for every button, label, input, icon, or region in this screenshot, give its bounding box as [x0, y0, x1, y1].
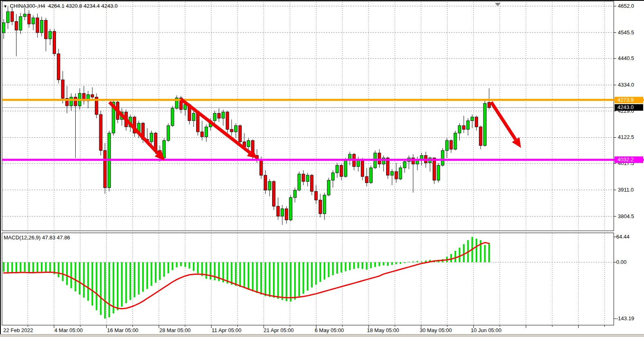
candle: [45, 20, 47, 39]
macd-histogram-bar: [362, 262, 363, 269]
candle: [361, 159, 364, 177]
candle: [264, 175, 267, 190]
macd-histogram-bar: [378, 262, 380, 266]
candle: [319, 200, 322, 214]
macd-histogram-bar: [252, 262, 254, 291]
candle: [302, 174, 305, 181]
macd-histogram-bar: [244, 262, 245, 288]
candle: [391, 172, 394, 175]
macd-histogram-bar: [340, 262, 342, 272]
macd-histogram-bar: [58, 262, 59, 277]
candle: [15, 22, 18, 30]
macd-histogram-bar: [256, 262, 258, 293]
macd-histogram-bar: [24, 262, 26, 272]
macd-histogram-bar: [146, 262, 148, 289]
candle: [336, 165, 339, 173]
candle: [74, 97, 77, 106]
macd-histogram-bar: [315, 262, 317, 285]
macd-histogram-bar: [349, 262, 351, 270]
macd-histogram-bar: [324, 262, 325, 279]
macd-histogram-bar: [358, 262, 359, 268]
macd-histogram-bar: [130, 262, 131, 300]
candle: [49, 31, 51, 39]
candle: [235, 126, 237, 132]
macd-histogram-bar: [332, 262, 334, 275]
macd-histogram-bar: [298, 262, 300, 297]
candle: [285, 209, 288, 220]
macd-histogram-bar: [391, 262, 393, 265]
macd-histogram-bar: [142, 262, 144, 292]
macd-histogram-bar: [290, 262, 291, 301]
macd-histogram-bar: [374, 262, 376, 267]
price-panel: [2, 1, 614, 231]
candle: [327, 180, 330, 195]
trading-chart-window: 4652.04545.54440.54334.04229.04122.54017…: [0, 0, 644, 337]
candle: [399, 168, 402, 179]
candle: [441, 150, 444, 165]
macd-histogram-bar: [459, 248, 461, 262]
macd-histogram-bar: [387, 262, 389, 266]
candle: [420, 156, 423, 159]
chart-title: ▼CHINA300-,H4 4264.1 4320.8 4234.4 4243.…: [3, 3, 118, 9]
macd-histogram-bar: [282, 262, 283, 300]
macd-histogram-bar: [488, 243, 490, 262]
candle: [197, 113, 199, 132]
candle: [91, 95, 94, 97]
macd-histogram-bar: [189, 262, 190, 268]
macd-histogram-bar: [400, 262, 401, 264]
candle: [475, 117, 478, 127]
macd-histogram-bar: [210, 262, 211, 279]
candle: [378, 153, 381, 164]
macd-histogram-bar: [7, 262, 9, 272]
macd-histogram-bar: [28, 262, 30, 272]
candle: [205, 127, 208, 137]
candle: [230, 129, 233, 132]
macd-histogram-bar: [336, 262, 338, 274]
macd-histogram-bar: [231, 262, 233, 285]
candle: [471, 117, 474, 121]
macd-histogram-bar: [383, 262, 385, 266]
chart-canvas[interactable]: [0, 0, 644, 337]
macd-histogram-bar: [408, 262, 410, 262]
candle: [403, 162, 406, 168]
candle: [99, 114, 102, 150]
macd-histogram-bar: [70, 262, 72, 288]
candle: [433, 158, 436, 181]
candle: [7, 11, 9, 22]
macd-histogram-bar: [37, 262, 38, 272]
candle: [479, 127, 482, 146]
macd-histogram-bar: [32, 262, 34, 273]
candle: [11, 11, 13, 21]
macd-histogram-bar: [62, 262, 64, 281]
candle: [395, 172, 398, 179]
macd-histogram-bar: [49, 262, 51, 272]
candle: [458, 126, 461, 133]
candle: [298, 174, 301, 190]
macd-histogram-bar: [197, 262, 199, 273]
candle: [192, 113, 195, 121]
macd-histogram-bar: [125, 262, 127, 303]
macd-histogram-bar: [180, 262, 182, 266]
candle: [23, 14, 26, 16]
macd-histogram-bar: [66, 262, 68, 285]
candle: [483, 103, 486, 145]
macd-histogram-bar: [87, 262, 89, 301]
macd-histogram-bar: [239, 262, 241, 287]
macd-histogram-bar: [108, 262, 110, 317]
candle: [213, 113, 216, 121]
candle: [293, 190, 296, 198]
candle: [273, 181, 275, 206]
symbol-dropdown-icon[interactable]: ▼: [3, 4, 7, 9]
candle: [19, 17, 22, 30]
ohlc-values-label: 4264.1 4320.8 4234.4 4243.0: [48, 3, 118, 9]
macd-histogram-bar: [104, 262, 106, 319]
macd-histogram-bar: [277, 262, 279, 299]
macd-histogram-bar: [83, 262, 85, 298]
macd-histogram-bar: [151, 262, 152, 286]
candle: [53, 31, 56, 54]
candle: [163, 141, 165, 158]
candle: [437, 165, 440, 180]
candle: [315, 192, 318, 200]
candle: [365, 176, 368, 183]
candle: [344, 161, 347, 177]
